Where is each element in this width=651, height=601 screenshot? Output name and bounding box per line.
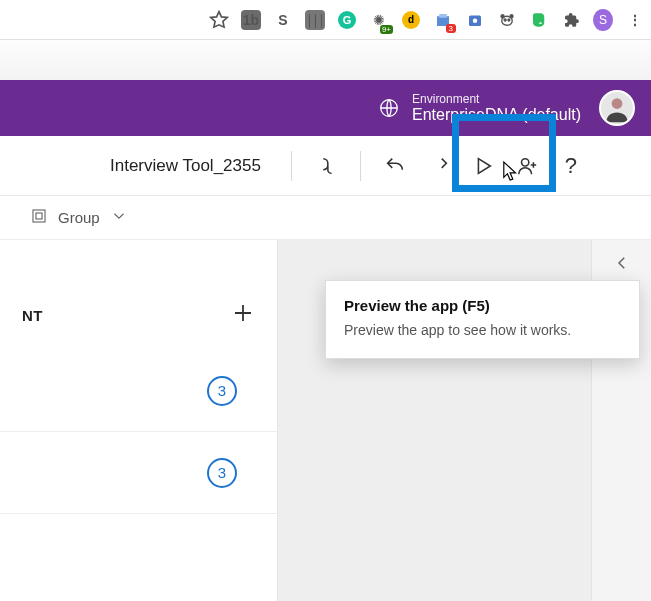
svg-point-1 — [473, 18, 478, 23]
extension-icon-barcode[interactable]: ∣∣∣ — [305, 10, 325, 30]
globe-icon — [378, 97, 400, 119]
share-button[interactable] — [505, 144, 549, 188]
group-dropdown[interactable]: Group — [58, 209, 100, 226]
extension-icon-1[interactable]: 1b — [241, 10, 261, 30]
environment-selector[interactable]: Environment EnterpriseDNA (default) — [378, 92, 581, 124]
environment-label: Environment — [412, 92, 581, 106]
undo-button[interactable] — [373, 144, 417, 188]
bookmark-star-icon[interactable] — [209, 10, 229, 30]
redo-button[interactable] — [417, 144, 461, 188]
svg-point-3 — [501, 14, 504, 17]
browser-menu-icon[interactable]: ⋮ — [625, 10, 645, 30]
ribbon-subbar: Group — [0, 196, 651, 240]
svg-point-5 — [504, 19, 506, 21]
svg-point-6 — [508, 19, 510, 21]
toolbar-separator — [360, 151, 361, 181]
svg-point-4 — [510, 14, 513, 17]
tooltip-body: Preview the app to see how it works. — [344, 322, 621, 338]
editor-stage: Preview the app (F5) Preview the app to … — [0, 240, 651, 601]
group-icon[interactable] — [30, 207, 48, 229]
addon-badge: 3 — [446, 24, 456, 33]
extensions-puzzle-icon[interactable] — [561, 10, 581, 30]
profile-avatar[interactable]: S — [593, 10, 613, 30]
evernote-icon[interactable] — [529, 10, 549, 30]
preview-button[interactable] — [461, 144, 505, 188]
help-button[interactable]: ? — [549, 144, 593, 188]
skype-icon[interactable]: S — [273, 10, 293, 30]
burst-badge: 9+ — [380, 25, 393, 34]
list-header-text: NT — [22, 307, 43, 324]
extension-icon-cube[interactable] — [465, 10, 485, 30]
count-badge: 3 — [207, 458, 237, 488]
environment-bar: Environment EnterpriseDNA (default) — [0, 80, 651, 136]
chevron-down-icon[interactable] — [110, 207, 128, 229]
app-canvas[interactable]: NT 3 3 — [0, 240, 278, 601]
preview-tooltip: Preview the app (F5) Preview the app to … — [325, 280, 640, 359]
extension-icon-addon[interactable]: 3 — [433, 10, 453, 30]
extension-icon-panda[interactable] — [497, 10, 517, 30]
environment-text: Environment EnterpriseDNA (default) — [412, 92, 581, 124]
chevron-left-icon[interactable] — [613, 254, 631, 276]
list-item[interactable]: 3 — [0, 350, 277, 432]
app-checker-button[interactable] — [304, 144, 348, 188]
list-item[interactable]: 3 — [0, 432, 277, 514]
count-badge: 3 — [207, 376, 237, 406]
tab-strip-gap — [0, 40, 651, 80]
tooltip-title: Preview the app (F5) — [344, 297, 621, 314]
svg-rect-10 — [36, 213, 42, 219]
app-toolbar: Interview Tool_2355 ? — [0, 136, 651, 196]
svg-rect-9 — [33, 210, 45, 222]
add-item-button[interactable] — [231, 301, 255, 329]
environment-value: EnterpriseDNA (default) — [412, 106, 581, 124]
browser-extension-bar: 1b S ∣∣∣ ✺9+ d 3 S ⋮ — [0, 0, 651, 40]
svg-point-8 — [521, 158, 528, 165]
canvas-list-header: NT — [0, 280, 277, 350]
app-title: Interview Tool_2355 — [10, 156, 279, 176]
grammarly-icon[interactable] — [337, 10, 357, 30]
toolbar-separator — [291, 151, 292, 181]
extension-icon-yellow[interactable]: d — [401, 10, 421, 30]
extension-icon-burst[interactable]: ✺9+ — [369, 10, 389, 30]
user-avatar[interactable] — [599, 90, 635, 126]
